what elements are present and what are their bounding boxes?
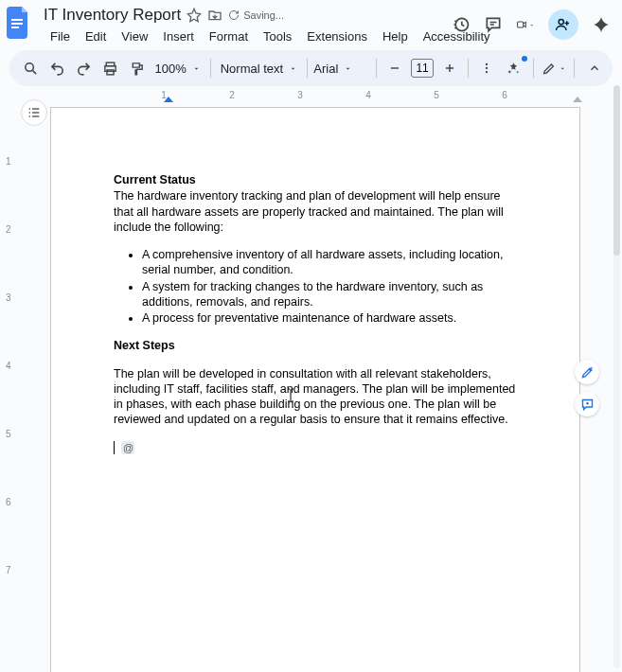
docs-logo[interactable]: [6, 6, 32, 40]
undo-icon[interactable]: [45, 56, 70, 80]
collapse-toolbar-icon[interactable]: [582, 56, 607, 80]
top-right-actions: [452, 9, 611, 40]
at-mention-chip[interactable]: @: [121, 441, 134, 454]
side-tools: [575, 360, 599, 416]
insertion-point-line[interactable]: @: [114, 440, 517, 455]
list-item[interactable]: A system for tracking changes to the har…: [142, 279, 517, 310]
menu-help[interactable]: Help: [376, 27, 415, 46]
ruler-tick: 6: [502, 90, 507, 100]
increase-font-icon[interactable]: [437, 56, 462, 80]
menu-format[interactable]: Format: [203, 27, 255, 46]
history-icon[interactable]: [452, 15, 471, 34]
font-family-select[interactable]: Arial: [313, 62, 370, 76]
document-area[interactable]: Current Status The hardware inventory tr…: [0, 104, 622, 672]
comments-icon[interactable]: [484, 15, 503, 34]
svg-point-11: [486, 67, 488, 69]
left-indent-marker[interactable]: [164, 97, 173, 102]
save-status-text: Saving...: [243, 9, 284, 21]
i-beam-cursor-icon: [287, 388, 294, 402]
redo-icon[interactable]: [72, 56, 97, 80]
zoom-select[interactable]: 100%: [151, 62, 204, 76]
star-icon[interactable]: [187, 8, 202, 23]
decrease-font-icon[interactable]: [382, 56, 407, 80]
ruler-tick: 5: [434, 90, 439, 100]
font-size-group: 11: [382, 56, 462, 80]
list-item[interactable]: A comprehensive inventory of all hardwar…: [142, 247, 517, 278]
more-tools-icon[interactable]: [474, 56, 499, 80]
page[interactable]: Current Status The hardware inventory tr…: [50, 107, 580, 672]
scrollbar-thumb[interactable]: [613, 85, 620, 256]
menu-insert[interactable]: Insert: [156, 27, 201, 46]
right-indent-marker[interactable]: [573, 97, 582, 102]
paragraph-style-select[interactable]: Normal text: [217, 62, 302, 76]
new-feature-dot: [522, 56, 527, 62]
heading-next-steps[interactable]: Next Steps: [114, 338, 517, 353]
show-outline-button[interactable]: [21, 99, 47, 126]
svg-point-6: [26, 62, 33, 71]
ruler-tick: 3: [297, 90, 303, 100]
menu-edit[interactable]: Edit: [79, 27, 113, 46]
document-title[interactable]: IT Inventory Report: [44, 6, 181, 25]
paragraph[interactable]: The plan will be developed in consultati…: [114, 366, 517, 428]
svg-point-5: [559, 19, 563, 24]
print-icon[interactable]: [98, 56, 123, 80]
menu-tools[interactable]: Tools: [257, 27, 298, 46]
menu-view[interactable]: View: [115, 27, 154, 46]
move-icon[interactable]: [207, 8, 222, 23]
meet-icon[interactable]: [516, 15, 535, 34]
paint-format-icon[interactable]: [125, 56, 150, 80]
add-comment-button[interactable]: [575, 392, 599, 416]
zoom-value: 100%: [154, 62, 186, 76]
vertical-scrollbar[interactable]: [613, 85, 620, 668]
menu-file[interactable]: File: [44, 27, 77, 46]
ai-write-button[interactable]: [575, 360, 599, 384]
text-cursor: [114, 441, 115, 454]
paragraph-style-value: Normal text: [221, 62, 283, 76]
font-family-value: Arial: [313, 62, 338, 76]
svg-rect-0: [11, 19, 23, 21]
list-item[interactable]: A process for preventative maintenance o…: [142, 310, 517, 326]
dictate-icon[interactable]: [501, 56, 525, 80]
svg-rect-2: [11, 27, 19, 28]
svg-rect-4: [518, 22, 524, 27]
editing-mode-icon[interactable]: [542, 56, 566, 80]
gemini-icon[interactable]: [592, 15, 611, 34]
menu-extensions[interactable]: Extensions: [300, 27, 374, 46]
svg-point-12: [486, 71, 488, 73]
paragraph[interactable]: The hardware inventory tracking and plan…: [114, 188, 517, 235]
save-status: Saving...: [228, 9, 284, 21]
heading-current-status[interactable]: Current Status: [114, 172, 517, 187]
font-size-input[interactable]: 11: [411, 59, 434, 78]
ruler-tick: 2: [229, 90, 235, 100]
ruler-tick: 4: [365, 90, 371, 100]
svg-point-10: [486, 63, 488, 65]
svg-rect-1: [11, 23, 23, 25]
horizontal-ruler[interactable]: 1 2 3 4 5 6: [0, 90, 622, 104]
share-button[interactable]: [548, 9, 578, 40]
bullet-list[interactable]: A comprehensive inventory of all hardwar…: [114, 247, 517, 326]
app: IT Inventory Report Saving...: [0, 0, 622, 672]
toolbar: 100% Normal text Arial 11: [9, 50, 613, 86]
search-menus-icon[interactable]: [19, 56, 44, 80]
